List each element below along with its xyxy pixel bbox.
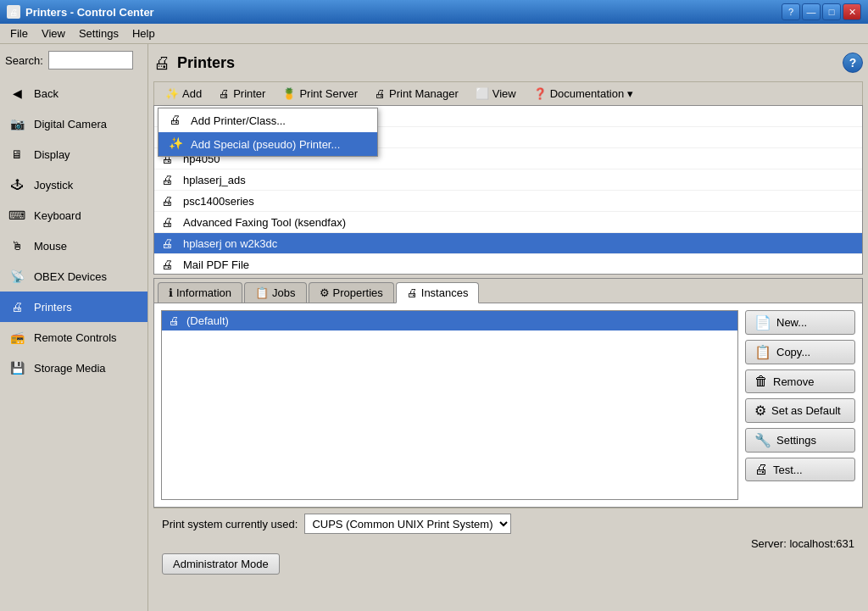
set-default-icon: ⚙ <box>754 403 766 419</box>
sidebar-item-mouse[interactable]: 🖱 Mouse <box>0 231 147 261</box>
documentation-button[interactable]: ❓ Documentation ▾ <box>526 84 641 103</box>
jobs-tab-label: Jobs <box>272 286 295 299</box>
view-button[interactable]: ⬜ View <box>468 84 524 103</box>
admin-mode-button[interactable]: Administrator Mode <box>162 553 280 575</box>
joystick-icon: 🕹 <box>7 175 27 195</box>
menu-help[interactable]: Help <box>125 25 162 42</box>
printer-icon-mail-pdf: 🖨 <box>161 258 176 271</box>
sidebar-item-label-mouse: Mouse <box>34 240 67 253</box>
sidebar-item-storage-media[interactable]: 💾 Storage Media <box>0 353 147 383</box>
tab-information[interactable]: ℹ Information <box>158 282 242 303</box>
instance-label-default: (Default) <box>186 314 229 327</box>
add-printer-class-item[interactable]: 🖨 Add Printer/Class... <box>159 108 377 132</box>
printer-label-advanced-faxing: Advanced Faxing Tool (ksendfax) <box>183 216 346 229</box>
printer-icon-hplaserj-ads: 🖨 <box>161 173 176 186</box>
display-icon: 🖥 <box>7 144 27 164</box>
printer-item-hplaserj-ads[interactable]: 🖨 hplaserj_ads <box>154 169 862 191</box>
content-header-icon: 🖨 <box>153 53 170 73</box>
new-instance-button[interactable]: 📄 New... <box>745 310 855 335</box>
add-special-printer-item[interactable]: ✨ Add Special (pseudo) Printer... <box>159 132 377 156</box>
info-tab-label: Information <box>176 286 231 299</box>
minimize-btn[interactable]: — <box>802 3 821 20</box>
printer-item-hplaserj-w2k3dc[interactable]: 🖨 hplaserj on w2k3dc <box>154 233 862 254</box>
print-server-button[interactable]: 🍍 Print Server <box>275 84 365 103</box>
content-area: 🖨 Printers ? ✨ Add 🖨 Printer 🍍 Print Ser… <box>148 44 868 611</box>
remove-icon: 🗑 <box>754 374 768 389</box>
tab-jobs[interactable]: 📋 Jobs <box>244 282 306 303</box>
help-button[interactable]: ? <box>843 53 863 73</box>
sidebar-item-digital-camera[interactable]: 📷 Digital Camera <box>0 108 147 139</box>
set-default-label: Set as Default <box>771 404 841 417</box>
tab-instances[interactable]: 🖨 Instances <box>396 282 480 303</box>
menu-file[interactable]: File <box>3 25 35 42</box>
back-icon: ◀ <box>7 83 27 103</box>
printer-item-mail-pdf[interactable]: 🖨 Mail PDF File <box>154 254 862 275</box>
keyboard-icon: ⌨ <box>7 205 27 225</box>
print-system-select[interactable]: CUPS (Common UNIX Print System) LPR/LPD … <box>304 514 511 534</box>
search-bar: Search: <box>0 47 147 73</box>
printer-label: Printer <box>233 87 265 100</box>
printer-button[interactable]: 🖨 Printer <box>211 84 273 103</box>
printer-icon: 🖨 <box>219 87 230 100</box>
properties-tab-label: Properties <box>333 286 383 299</box>
menubar: File View Settings Help <box>0 24 868 44</box>
sidebar-item-obex[interactable]: 📡 OBEX Devices <box>0 261 147 292</box>
printer-item-psc1400series[interactable]: 🖨 psc1400series <box>154 191 862 212</box>
sidebar-item-label-display: Display <box>34 148 70 161</box>
copy-instance-button[interactable]: 📋 Copy... <box>745 340 855 364</box>
documentation-icon: ❓ <box>533 87 547 100</box>
content-header-title: Printers <box>177 54 235 72</box>
admin-row: Administrator Mode <box>162 553 854 575</box>
sidebar-item-keyboard[interactable]: ⌨ Keyboard <box>0 200 147 231</box>
sidebar-item-label-obex: OBEX Devices <box>34 270 107 283</box>
test-icon: 🖨 <box>754 462 768 477</box>
sidebar-item-joystick[interactable]: 🕹 Joystick <box>0 169 147 200</box>
search-input[interactable] <box>48 51 133 69</box>
sidebar-item-label-digital-camera: Digital Camera <box>34 118 107 131</box>
add-label: Add <box>182 87 202 100</box>
print-system-row: Print system currently used: CUPS (Commo… <box>162 514 854 534</box>
menu-settings[interactable]: Settings <box>72 25 125 42</box>
sidebar-item-label-keyboard: Keyboard <box>34 209 81 222</box>
help-window-btn[interactable]: ? <box>782 3 800 20</box>
printer-item-advanced-faxing[interactable]: 🖨 Advanced Faxing Tool (ksendfax) <box>154 212 862 233</box>
sidebar-item-back[interactable]: ◀ Back <box>0 78 147 108</box>
add-special-printer-icon: ✨ <box>169 136 184 152</box>
storage-media-icon: 💾 <box>7 358 27 378</box>
tab-properties[interactable]: ⚙ Properties <box>309 282 394 303</box>
view-label: View <box>492 87 516 100</box>
search-label: Search: <box>5 54 43 67</box>
printer-icon-advanced-faxing: 🖨 <box>161 215 176 229</box>
titlebar: 🖨 Printers - Control Center ? — □ ✕ <box>0 0 868 24</box>
remote-controls-icon: 📻 <box>7 327 27 347</box>
print-server-icon: 🍍 <box>282 87 296 100</box>
instance-item-default[interactable]: 🖨 (Default) <box>162 311 737 330</box>
sidebar-item-printers[interactable]: 🖨 Printers <box>0 292 147 322</box>
sidebar-item-label-storage-media: Storage Media <box>34 362 106 375</box>
menu-view[interactable]: View <box>35 25 72 42</box>
add-button[interactable]: ✨ Add <box>158 84 209 103</box>
printer-label-psc1400series: psc1400series <box>183 195 254 208</box>
add-icon: ✨ <box>165 87 179 100</box>
set-default-button[interactable]: ⚙ Set as Default <box>745 398 855 423</box>
info-tab-icon: ℹ <box>169 286 173 299</box>
remove-label: Remove <box>773 375 814 388</box>
mouse-icon: 🖱 <box>7 236 27 256</box>
remove-instance-button[interactable]: 🗑 Remove <box>745 369 855 393</box>
settings-button[interactable]: 🔧 Settings <box>745 428 855 453</box>
sidebar: Search: ◀ Back 📷 Digital Camera 🖥 Displa… <box>0 44 148 611</box>
maximize-btn[interactable]: □ <box>822 3 841 20</box>
test-button[interactable]: 🖨 Test... <box>745 458 855 481</box>
print-manager-label: Print Manager <box>389 87 459 100</box>
sidebar-item-remote-controls[interactable]: 📻 Remote Controls <box>0 322 147 353</box>
footer-bar: Print system currently used: CUPS (Commo… <box>153 508 863 580</box>
close-btn[interactable]: ✕ <box>843 3 861 20</box>
print-manager-icon: 🖨 <box>375 87 386 100</box>
digital-camera-icon: 📷 <box>7 114 27 134</box>
copy-label: Copy... <box>776 346 810 358</box>
print-server-label: Print Server <box>299 87 358 100</box>
sidebar-item-display[interactable]: 🖥 Display <box>0 139 147 169</box>
print-manager-button[interactable]: 🖨 Print Manager <box>367 84 466 103</box>
app-icon: 🖨 <box>7 5 20 19</box>
content-header: 🖨 Printers ? <box>153 49 863 76</box>
